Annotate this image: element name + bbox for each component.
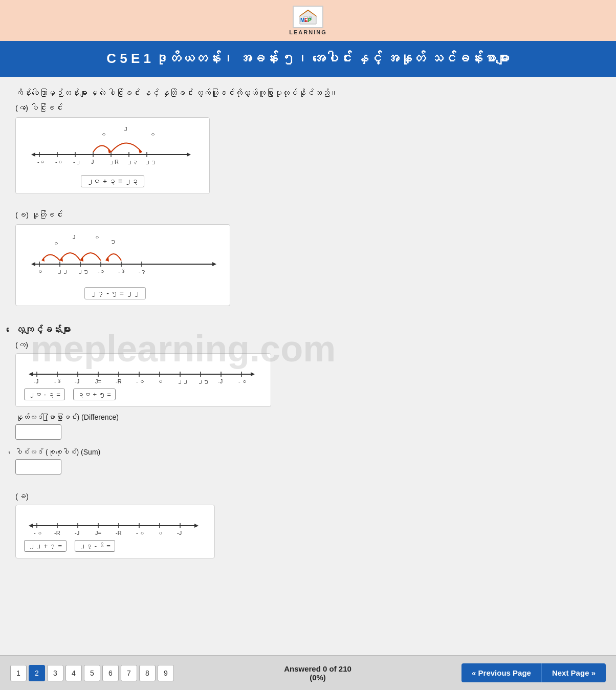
svg-text:-၈: -၈: [37, 159, 46, 165]
page-btn-3[interactable]: 3: [47, 665, 63, 681]
page-title: C 5 E 1 ဒုတိယတန်း၊ အခန်း ၅၊ အပေါင်း နှင့…: [0, 41, 616, 77]
formula-b: ၂၇ - ၅ = ၂၂: [84, 287, 145, 299]
svg-text:၂၂: ၂၂: [177, 378, 188, 384]
svg-text:-J: -J: [75, 530, 79, 536]
svg-text:-၀: -၀: [55, 159, 63, 165]
svg-text:J=: J=: [95, 378, 101, 384]
footer: 1 2 3 4 5 6 7 8 9 Answered 0 of 210 (0%)…: [0, 655, 616, 690]
exercise-nl-box-a: -J -၆ -J J= -R -ဝ ပ ၂၂ ၂၅ -J -ဝ ၂၀ - ၃ =…: [15, 353, 271, 407]
exercise-nl-box-b: -ဝ -R -J J= -R -ဝ ပ -J ၂၂ + ၇ = ၂၃ - ၆ =: [15, 505, 215, 558]
svg-marker-30: [31, 262, 35, 266]
logo-icon: M E P: [299, 9, 317, 25]
exercise-title: လေ့ကျင့်ခန်းများ: [15, 325, 601, 335]
svg-text:-J: -J: [34, 378, 38, 384]
svg-text:J: J: [91, 159, 94, 165]
sub-label-b: (ခ) နှုတ်ခြင်း: [15, 210, 601, 219]
svg-text:-ဝ: -ဝ: [238, 378, 247, 384]
formula-b2: ၂၃ - ၆ =: [75, 540, 115, 552]
header: M E P LEARNING: [0, 0, 616, 41]
svg-text:၂၃: ၂၃: [127, 159, 138, 165]
diff-input[interactable]: [15, 424, 61, 440]
svg-text:ဂ: ဂ: [149, 131, 155, 137]
progress-text: Answered 0 of 210: [284, 664, 351, 673]
svg-text:ပ: ပ: [157, 530, 163, 536]
svg-text:-J: -J: [75, 378, 79, 384]
svg-text:-J: -J: [177, 530, 182, 536]
svg-text:J: J: [73, 234, 76, 240]
svg-marker-9: [187, 153, 191, 157]
intro-line1: ကိန်းပါသောမြှဉ်တန်းများ မှလဲ ပေါင်းခြင်း…: [15, 87, 601, 99]
exercise-item-a-label: (က): [15, 340, 601, 349]
diff-label: နှုတ်လဒ် (ခြားနားခြင်း) (Difference): [15, 413, 601, 421]
diagram-a: -၈ -၀ -၂ J ၂R ၂၃ ၂၅ ဂ J ဂ ၂: [15, 117, 210, 194]
sum-label: ပေါင်းလဒ် (စုစုပေါင်း) (Sum): [15, 448, 601, 456]
svg-text:-R: -R: [116, 378, 122, 384]
svg-text:-၂: -၂: [73, 159, 81, 165]
svg-text:J=: J=: [95, 530, 101, 536]
svg-text:၂၂: ၂၂: [57, 268, 68, 274]
exercise-item-b-label: (ခ): [15, 492, 601, 501]
nav-buttons: « Previous Page Next Page »: [461, 663, 606, 682]
logo-container: M E P LEARNING: [289, 6, 326, 35]
svg-marker-8: [31, 153, 35, 157]
pagination: 1 2 3 4 5 6 7 8 9: [10, 665, 174, 681]
page-btn-9[interactable]: 9: [158, 665, 174, 681]
sum-input[interactable]: [15, 459, 61, 475]
svg-text:ပ: ပ: [157, 378, 163, 384]
previous-page-button[interactable]: « Previous Page: [461, 663, 542, 682]
formula-a2: ၃၀ + ၅ =: [73, 389, 116, 400]
svg-text:-၇: -၇: [139, 268, 146, 274]
main-content: ကိန်းပါသောမြှဉ်တန်းများ မှလဲ ပေါင်းခြင်း…: [0, 77, 616, 681]
svg-text:၅: ၅: [110, 238, 116, 244]
number-line-svg-b: ပ ၂၂ ၂၅ -၁ -၆ -၇ ၅ ဂ J ဂ: [24, 231, 224, 282]
svg-text:-၆: -၆: [54, 378, 62, 384]
sub-label-a: (က) ပေါင်းခြင်း: [15, 103, 601, 112]
diagram-b: ပ ၂၂ ၂၅ -၁ -၆ -၇ ၅ ဂ J ဂ: [15, 224, 230, 306]
exercise-nl-svg-a: -J -၆ -J J= -R -ဝ ပ ၂၂ ၂၅ -J -ဝ: [24, 359, 259, 384]
svg-text:ပ: ပ: [36, 268, 42, 274]
page-btn-1[interactable]: 1: [10, 665, 27, 681]
svg-marker-78: [29, 524, 33, 528]
svg-text:-၆: -၆: [118, 268, 126, 274]
svg-text:E: E: [304, 17, 308, 23]
difference-section: နှုတ်လဒ် (ခြားနားခြင်း) (Difference): [15, 413, 601, 440]
svg-text:၂၅: ၂၅: [197, 378, 209, 384]
svg-text:ဂ: ဂ: [93, 234, 99, 240]
next-page-button[interactable]: Next Page »: [542, 663, 606, 682]
svg-text:P: P: [308, 17, 312, 23]
page-btn-2[interactable]: 2: [29, 665, 45, 681]
svg-text:-R: -R: [54, 530, 60, 536]
svg-text:ဂ: ဂ: [52, 240, 58, 246]
svg-text:-ဝ: -ဝ: [136, 530, 144, 536]
page-btn-6[interactable]: 6: [102, 665, 119, 681]
svg-marker-79: [194, 524, 199, 528]
page-btn-8[interactable]: 8: [139, 665, 156, 681]
formula-a1: ၂၀ - ၃ =: [24, 389, 65, 400]
svg-text:-R: -R: [116, 530, 122, 536]
svg-text:၂R: ၂R: [109, 159, 119, 165]
svg-text:၂၅: ၂၅: [77, 268, 89, 274]
svg-text:-ဝ: -ဝ: [136, 378, 144, 384]
formula-b1: ၂၂ + ၇ =: [24, 540, 67, 552]
svg-text:-J: -J: [218, 378, 223, 384]
page-btn-7[interactable]: 7: [121, 665, 137, 681]
progress-pct: (0%): [284, 673, 351, 682]
progress-info: Answered 0 of 210 (0%): [284, 664, 351, 682]
svg-text:၂၅: ၂၅: [145, 159, 157, 165]
exercise-nl-svg-b: -ဝ -R -J J= -R -ဝ ပ -J: [24, 510, 206, 536]
page-btn-4[interactable]: 4: [65, 665, 82, 681]
sum-section: ပေါင်းလဒ် (စုစုပေါင်း) (Sum): [15, 448, 601, 475]
svg-text:-ဝ: -ဝ: [34, 530, 42, 536]
svg-text:-၁: -၁: [98, 268, 105, 274]
number-line-svg-a: -၈ -၀ -၂ J ၂R ၂၃ ၂၅ ဂ J ဂ: [24, 124, 198, 170]
logo-box: M E P: [293, 6, 323, 28]
svg-text:ဂ: ဂ: [100, 131, 106, 137]
formula-a: ၂၀ + ၃ = ၂၃: [81, 175, 144, 187]
logo-learning-text: LEARNING: [289, 29, 326, 35]
page-btn-5[interactable]: 5: [84, 665, 100, 681]
svg-marker-53: [29, 372, 33, 376]
svg-text:J: J: [124, 126, 127, 132]
svg-marker-54: [251, 372, 255, 376]
svg-marker-31: [212, 262, 216, 266]
